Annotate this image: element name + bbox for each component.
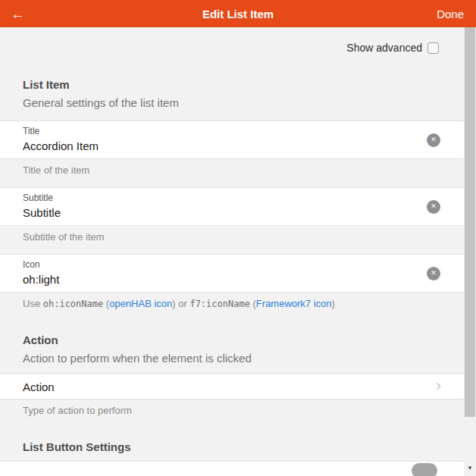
clear-title-icon[interactable]: ✕ bbox=[427, 133, 440, 147]
scrollbar-down-arrow-icon[interactable]: ▼ bbox=[464, 465, 476, 471]
icon-hint-prefix: Use bbox=[23, 298, 43, 309]
icon-hint-paren1: ( bbox=[103, 298, 109, 309]
icon-field-card: Icon ✕ bbox=[0, 254, 464, 293]
icon-hint-middle: ) or bbox=[172, 298, 189, 309]
show-advanced-checkbox[interactable] bbox=[427, 42, 439, 54]
vertical-scrollbar[interactable]: ▼ bbox=[464, 27, 476, 476]
section-desc-action: Action to perform when the element is cl… bbox=[23, 352, 441, 365]
title-field-hint: Title of the item bbox=[23, 164, 441, 176]
openhab-icon-link[interactable]: openHAB icon bbox=[109, 298, 172, 309]
show-advanced-row: Show advanced bbox=[0, 42, 439, 54]
icon-field-label: Icon bbox=[23, 259, 441, 270]
list-button-card bbox=[0, 461, 464, 476]
section-title-list-item: List Item bbox=[23, 78, 441, 91]
icon-hint-paren2: ( bbox=[250, 298, 256, 309]
framework7-icon-link[interactable]: Framework7 icon bbox=[256, 298, 332, 309]
action-row-label: Action bbox=[23, 380, 55, 393]
title-field-label: Title bbox=[23, 126, 441, 136]
scrollbar-thumb[interactable] bbox=[465, 27, 475, 417]
chevron-right-icon: › bbox=[436, 377, 441, 394]
settings-form: Show advanced List Item General settings… bbox=[0, 42, 464, 476]
list-button-toggle[interactable] bbox=[412, 463, 437, 476]
subtitle-field-hint: Subtitle of the item bbox=[23, 231, 441, 243]
clear-subtitle-icon[interactable]: ✕ bbox=[427, 200, 440, 214]
action-row[interactable]: Action › bbox=[0, 374, 464, 399]
section-title-action: Action bbox=[23, 334, 441, 346]
title-input[interactable] bbox=[23, 139, 402, 152]
icon-hint-suffix: ) bbox=[332, 298, 335, 309]
clear-icon-field-icon[interactable]: ✕ bbox=[427, 267, 440, 280]
back-arrow-icon[interactable]: ← bbox=[11, 7, 30, 21]
navbar: ← Edit List Item Done bbox=[0, 0, 476, 27]
subtitle-field-label: Subtitle bbox=[23, 193, 441, 203]
icon-field-hint: Use oh:iconName (openHAB icon) or f7:ico… bbox=[23, 298, 441, 309]
icon-hint-oh-syntax: oh:iconName bbox=[43, 299, 103, 309]
icon-input[interactable] bbox=[23, 273, 402, 286]
section-desc-list-item: General settings of the list item bbox=[23, 96, 441, 109]
show-advanced-label: Show advanced bbox=[346, 42, 422, 54]
title-field-card: Title ✕ bbox=[0, 121, 464, 159]
subtitle-field-card: Subtitle ✕ bbox=[0, 187, 464, 226]
action-row-hint: Type of action to perform bbox=[23, 405, 441, 416]
icon-hint-f7-syntax: f7:iconName bbox=[189, 299, 249, 309]
done-button[interactable]: Done bbox=[437, 8, 464, 20]
page-title: Edit List Item bbox=[202, 8, 274, 20]
section-title-list-button: List Button Settings bbox=[23, 440, 441, 453]
subtitle-input[interactable] bbox=[23, 206, 402, 219]
